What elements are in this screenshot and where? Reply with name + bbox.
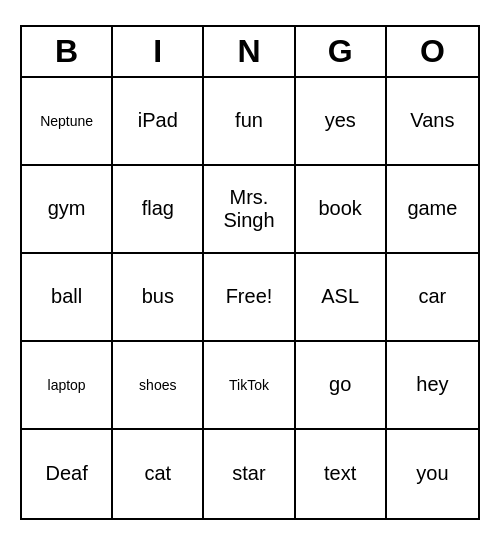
bingo-cell[interactable]: text [296, 430, 387, 518]
bingo-cell[interactable]: Mrs. Singh [204, 166, 295, 254]
bingo-cell[interactable]: go [296, 342, 387, 430]
bingo-cell[interactable]: car [387, 254, 478, 342]
header-letter: O [387, 27, 478, 76]
header-letter: I [113, 27, 204, 76]
bingo-cell[interactable]: iPad [113, 78, 204, 166]
bingo-cell[interactable]: Free! [204, 254, 295, 342]
bingo-cell[interactable]: Neptune [22, 78, 113, 166]
bingo-cell[interactable]: flag [113, 166, 204, 254]
header-letter: B [22, 27, 113, 76]
bingo-cell[interactable]: laptop [22, 342, 113, 430]
bingo-cell[interactable]: Vans [387, 78, 478, 166]
bingo-cell[interactable]: game [387, 166, 478, 254]
bingo-grid: NeptuneiPadfunyesVansgymflagMrs. Singhbo… [22, 78, 478, 518]
header-letter: N [204, 27, 295, 76]
header-letter: G [296, 27, 387, 76]
bingo-cell[interactable]: hey [387, 342, 478, 430]
bingo-cell[interactable]: TikTok [204, 342, 295, 430]
bingo-header: BINGO [22, 27, 478, 78]
bingo-card: BINGO NeptuneiPadfunyesVansgymflagMrs. S… [20, 25, 480, 520]
bingo-cell[interactable]: yes [296, 78, 387, 166]
bingo-cell[interactable]: you [387, 430, 478, 518]
bingo-cell[interactable]: ASL [296, 254, 387, 342]
bingo-cell[interactable]: fun [204, 78, 295, 166]
bingo-cell[interactable]: gym [22, 166, 113, 254]
bingo-cell[interactable]: bus [113, 254, 204, 342]
bingo-cell[interactable]: ball [22, 254, 113, 342]
bingo-cell[interactable]: Deaf [22, 430, 113, 518]
bingo-cell[interactable]: book [296, 166, 387, 254]
bingo-cell[interactable]: star [204, 430, 295, 518]
bingo-cell[interactable]: cat [113, 430, 204, 518]
bingo-cell[interactable]: shoes [113, 342, 204, 430]
